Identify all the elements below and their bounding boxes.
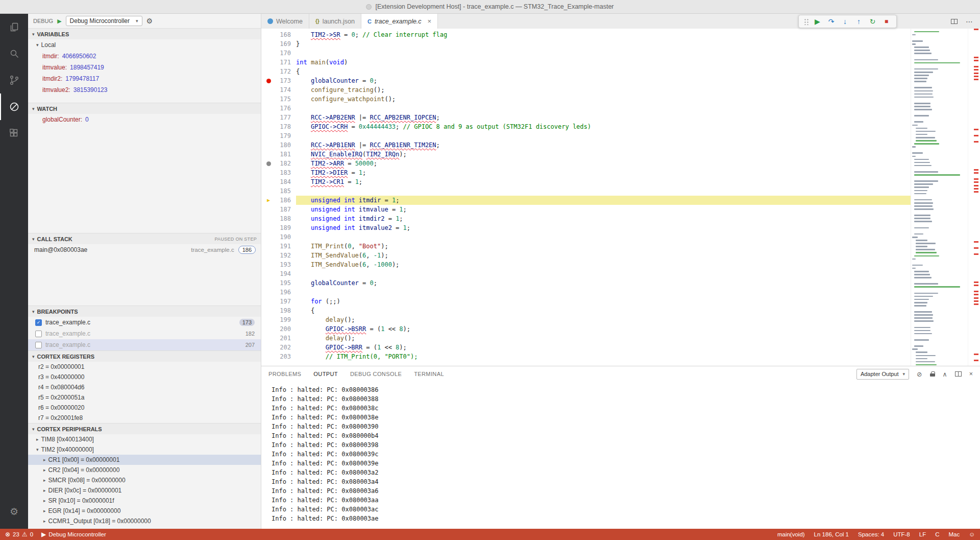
peripheral-row[interactable]: ▸SMCR [0x08] = 0x00000000 — [28, 475, 261, 485]
code-line[interactable]: 198 { — [261, 306, 911, 315]
variable-row[interactable]: itmdir:4066950602 — [28, 51, 261, 62]
watch-row[interactable]: globalCounter:0 — [28, 114, 261, 125]
gutter[interactable] — [261, 186, 276, 196]
gutter[interactable] — [261, 269, 276, 278]
gutter[interactable] — [261, 76, 276, 85]
code-line[interactable]: 174 configure_tracing(); — [261, 85, 911, 95]
code-line[interactable]: 187 unsigned int itmvalue = 1; — [261, 205, 911, 214]
output-channel-select[interactable]: Adapter Output ▾ — [856, 369, 909, 380]
code-line[interactable]: 188 unsigned int itmdir2 = 1; — [261, 214, 911, 223]
register-row[interactable]: r7 = 0x20001fe8 — [28, 413, 261, 423]
current-function-indicator[interactable]: main(void) — [777, 531, 805, 537]
code-line[interactable]: 200 GPIOC->BSRR = (1 << 8); — [261, 324, 911, 334]
gutter[interactable] — [261, 113, 276, 122]
peripheral-row[interactable]: ▸EGR [0x14] = 0x00000000 — [28, 506, 261, 516]
continue-button[interactable]: ▶ — [811, 17, 824, 26]
lock-icon[interactable] — [930, 371, 935, 377]
gutter[interactable] — [261, 297, 276, 306]
gutter[interactable] — [261, 49, 276, 58]
register-row[interactable]: r6 = 0x00000020 — [28, 403, 261, 413]
output-log[interactable]: Info : halted: PC: 0x08000386Info : halt… — [261, 382, 980, 529]
activity-debug[interactable] — [0, 93, 28, 120]
step-into-button[interactable]: ↓ — [838, 17, 852, 26]
gutter[interactable] — [261, 140, 276, 150]
cortex-peripherals-section-header[interactable]: ▾ CORTEX PERIPHERALS — [28, 423, 261, 434]
split-editor-icon[interactable] — [951, 19, 958, 24]
peripheral-row[interactable]: ▾TIM2 [0x40000000] — [28, 444, 261, 455]
code-line[interactable]: 193 ITM_SendValue(6, -1000); — [261, 260, 911, 269]
more-actions-icon[interactable]: ⋯ — [966, 17, 973, 26]
gutter[interactable] — [261, 352, 276, 361]
gutter[interactable] — [261, 334, 276, 343]
watch-section-header[interactable]: ▾ WATCH — [28, 103, 261, 114]
feedback-smiley-icon[interactable]: ☺ — [969, 531, 975, 537]
restart-button[interactable]: ↻ — [866, 17, 879, 26]
panel-tab-debug-console[interactable]: DEBUG CONSOLE — [350, 371, 402, 377]
step-over-button[interactable]: ↷ — [824, 17, 838, 26]
gutter[interactable] — [261, 159, 276, 168]
gutter[interactable] — [261, 343, 276, 352]
panel-tab-problems[interactable]: PROBLEMS — [268, 371, 301, 377]
code-line[interactable]: 202 GPIOC->BRR = (1 << 8); — [261, 343, 911, 352]
register-row[interactable]: r5 = 0x2000051a — [28, 392, 261, 403]
code-line[interactable]: 189 unsigned int itmvalue2 = 1; — [261, 223, 911, 232]
register-row[interactable]: r3 = 0x40000000 — [28, 372, 261, 382]
peripheral-row[interactable]: ▸DIER [0x0c] = 0x00000001 — [28, 485, 261, 496]
breakpoint-row[interactable]: ✓trace_example.c173 — [28, 317, 261, 328]
peripheral-row[interactable]: ▸SR [0x10] = 0x0000001f — [28, 496, 261, 506]
gutter[interactable] — [261, 315, 276, 324]
close-panel-icon[interactable]: × — [969, 370, 973, 378]
code-line[interactable]: 170 — [261, 49, 911, 58]
peripheral-row[interactable]: ▸CR2 [0x04] = 0x00000000 — [28, 465, 261, 475]
debug-config-select[interactable]: Debug Microcontroller ▾ — [66, 16, 142, 26]
gutter[interactable] — [261, 58, 276, 67]
code-line[interactable]: 197 for (;;) — [261, 297, 911, 306]
breakpoint-checkbox[interactable]: ✓ — [35, 319, 42, 326]
gutter[interactable] — [261, 39, 276, 49]
call-stack-section-header[interactable]: ▾ CALL STACK PAUSED ON STEP — [28, 233, 261, 244]
code-line[interactable]: 190 — [261, 232, 911, 242]
code-line[interactable]: 180 RCC->APB1ENR |= RCC_APB1ENR_TIM2EN; — [261, 140, 911, 150]
breakpoints-section-header[interactable]: ▾ BREAKPOINTS — [28, 306, 261, 317]
gutter[interactable] — [261, 168, 276, 177]
gutter[interactable] — [261, 150, 276, 159]
code-line[interactable]: ▶186 unsigned int itmdir = 1; — [261, 196, 911, 205]
gutter[interactable] — [261, 242, 276, 251]
maximize-panel-icon[interactable]: ∧ — [943, 370, 947, 378]
panel-layout-icon[interactable] — [955, 371, 962, 377]
problems-status[interactable]: ⊗ 23 ⚠ 0 — [5, 531, 33, 538]
gutter[interactable] — [261, 122, 276, 131]
gutter[interactable] — [261, 251, 276, 260]
code-line[interactable]: 191 ITM_Print(0, "Boot"); — [261, 242, 911, 251]
register-row[interactable]: r2 = 0x00000001 — [28, 362, 261, 372]
clear-output-icon[interactable]: ⊘ — [917, 370, 922, 378]
encoding-indicator[interactable]: UTF-8 — [893, 531, 910, 537]
gutter[interactable] — [261, 278, 276, 288]
code-line[interactable]: 168 TIM2->SR = 0; // Clear interrupt fla… — [261, 30, 911, 39]
activity-search[interactable] — [0, 40, 28, 67]
peripheral-row[interactable]: ▸CCMR1_Output [0x18] = 0x00000000 — [28, 516, 261, 526]
gutter[interactable] — [261, 205, 276, 214]
peripheral-row[interactable]: ▸CR1 [0x00] = 0x00000001 — [28, 455, 261, 465]
gutter[interactable] — [261, 67, 276, 76]
eol-indicator[interactable]: LF — [919, 531, 926, 537]
keymap-indicator[interactable]: Mac — [949, 531, 960, 537]
minimap[interactable] — [911, 29, 968, 366]
code-line[interactable]: 183 TIM2->DIER = 1; — [261, 168, 911, 177]
code-line[interactable]: 194 — [261, 269, 911, 278]
gutter[interactable] — [261, 306, 276, 315]
gutter[interactable] — [261, 131, 276, 140]
code-line[interactable]: 185 — [261, 186, 911, 196]
breakpoint-checkbox[interactable] — [35, 331, 42, 337]
debug-status[interactable]: ▶ Debug Microcontroller — [41, 531, 106, 538]
gutter[interactable] — [261, 232, 276, 242]
gutter[interactable] — [261, 95, 276, 104]
panel-tab-output[interactable]: OUTPUT — [313, 371, 338, 377]
activity-source-control[interactable] — [0, 67, 28, 93]
code-line[interactable]: 184 TIM2->CR1 = 1; — [261, 177, 911, 186]
gutter[interactable] — [261, 85, 276, 95]
register-row[interactable]: r4 = 0x080004d6 — [28, 382, 261, 392]
code-line[interactable]: 177 RCC->APB2ENR |= RCC_APB2ENR_IOPCEN; — [261, 113, 911, 122]
activity-settings[interactable]: ⚙ — [0, 498, 28, 525]
variables-section-header[interactable]: ▾ VARIABLES — [28, 28, 261, 39]
